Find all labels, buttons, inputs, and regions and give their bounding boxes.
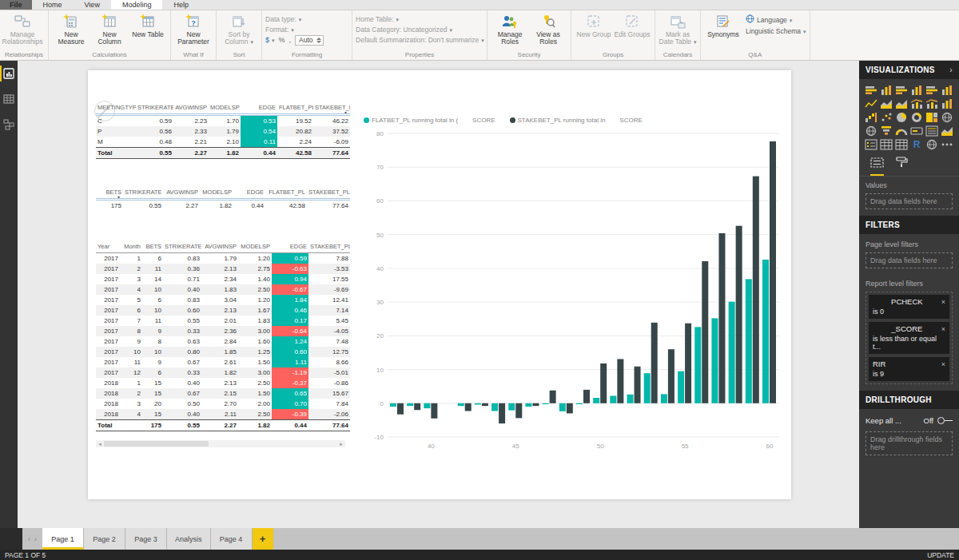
viz-icon-clustered-bar-chart[interactable] bbox=[894, 84, 908, 96]
table-row[interactable]: 20176100.602.131.670.467.14 bbox=[96, 305, 350, 316]
table-cell[interactable]: 2.11 bbox=[201, 409, 238, 420]
viz-icon-line-chart[interactable] bbox=[864, 97, 877, 109]
column-header[interactable]: EDGE bbox=[241, 102, 277, 115]
table-cell[interactable]: 2017 bbox=[96, 295, 120, 305]
table-cell[interactable]: 0.33 bbox=[163, 326, 201, 336]
table-cell[interactable]: 0.46 bbox=[272, 305, 308, 316]
bar-stakebet-running-total[interactable] bbox=[532, 403, 539, 406]
table-cell[interactable]: 0.40 bbox=[163, 409, 201, 420]
thousands-format-button[interactable]: , bbox=[289, 35, 292, 46]
table-cell[interactable]: 3 bbox=[120, 274, 142, 284]
data-category-dropdown[interactable]: Data Category: Uncategorized bbox=[356, 25, 483, 35]
home-table-dropdown[interactable]: Home Table: bbox=[356, 14, 483, 25]
table-cell[interactable]: 10 bbox=[142, 347, 163, 357]
column-header[interactable]: EDGE bbox=[272, 241, 308, 253]
bar-stakebet-running-total[interactable] bbox=[515, 403, 522, 419]
table-cell[interactable]: 2.75 bbox=[238, 264, 272, 274]
viz-icon-donut-chart[interactable] bbox=[909, 111, 923, 123]
table-cell[interactable]: 2.50 bbox=[238, 284, 272, 295]
table-cell[interactable]: 0.83 bbox=[163, 253, 201, 264]
report-view-button[interactable] bbox=[0, 66, 18, 81]
bar-flatbet-running-total[interactable] bbox=[729, 302, 735, 403]
table-cell[interactable]: 0.33 bbox=[163, 367, 201, 378]
bar-flatbet-running-total[interactable] bbox=[458, 403, 464, 406]
table-cell[interactable]: 12.75 bbox=[308, 347, 350, 357]
remove-filter-icon[interactable]: × bbox=[941, 360, 945, 368]
table-cell[interactable]: 6 bbox=[142, 367, 163, 378]
table-cell[interactable]: 0.17 bbox=[272, 316, 308, 326]
table-cell[interactable]: 2.50 bbox=[238, 409, 272, 420]
table-cell[interactable]: 0.80 bbox=[163, 347, 201, 357]
table-cell[interactable]: 0.94 bbox=[272, 274, 308, 284]
mark-as-date-table-button[interactable]: Mark as Date Table bbox=[659, 12, 697, 46]
table-cell[interactable]: 2.50 bbox=[238, 378, 272, 388]
table-cell[interactable]: 2017 bbox=[96, 367, 120, 378]
bar-stakebet-running-total[interactable] bbox=[431, 403, 437, 419]
bar-flatbet-running-total[interactable] bbox=[491, 403, 498, 411]
viz-icon-clustered-column-chart[interactable] bbox=[909, 84, 923, 96]
table-cell[interactable]: 2018 bbox=[96, 409, 120, 420]
values-drop-zone[interactable]: Drag data fields here bbox=[865, 193, 953, 209]
table-cell[interactable]: P bbox=[96, 126, 136, 137]
table-cell[interactable]: 1.50 bbox=[238, 357, 272, 367]
legend-item[interactable]: SCORE bbox=[619, 117, 642, 124]
table-cell[interactable]: 1.82 bbox=[201, 367, 238, 378]
column-header[interactable]: STRIKERATE bbox=[136, 102, 173, 115]
table-cell[interactable]: 0.63 bbox=[163, 336, 201, 347]
new-measure-button[interactable]: New Measure bbox=[52, 12, 90, 46]
table-cell[interactable]: 9 bbox=[142, 357, 163, 367]
menu-help[interactable]: Help bbox=[162, 0, 200, 10]
table-cell[interactable]: 175 bbox=[96, 200, 123, 212]
table-cell[interactable]: 0.11 bbox=[241, 137, 277, 148]
table-cell[interactable]: 2.84 bbox=[201, 336, 238, 347]
table-cell[interactable]: 2.33 bbox=[173, 126, 209, 137]
table-row[interactable]: C0.592.231.700.5319.5246.22 bbox=[96, 115, 350, 127]
table-row[interactable]: 20172110.362.132.75-0.63-3.53 bbox=[96, 264, 350, 274]
table-cell[interactable]: -0.39 bbox=[272, 409, 308, 420]
viz-icon-gauge[interactable] bbox=[894, 125, 908, 137]
table-cell[interactable]: -6.09 bbox=[313, 137, 350, 148]
page-tab-4[interactable]: Page 4 bbox=[211, 528, 253, 550]
currency-format-button[interactable]: $ bbox=[265, 35, 275, 46]
table-cell[interactable]: -0.37 bbox=[272, 378, 308, 388]
table-cell[interactable]: 15 bbox=[142, 388, 163, 399]
bar-stakebet-running-total[interactable] bbox=[397, 403, 404, 415]
table-cell[interactable]: 77.64 bbox=[307, 200, 350, 212]
table-cell[interactable]: 20.82 bbox=[277, 126, 313, 137]
table-cell[interactable]: 0.83 bbox=[163, 295, 201, 305]
column-header[interactable]: STAKEBET_PL bbox=[307, 187, 350, 200]
format-dropdown[interactable]: Format: bbox=[265, 25, 348, 35]
table-cell[interactable]: 2017 bbox=[96, 274, 120, 284]
default-summarization-dropdown[interactable]: Default Summarization: Don't summarize bbox=[356, 35, 483, 46]
table-cell[interactable]: 3.00 bbox=[238, 367, 272, 378]
view-as-roles-button[interactable]: View as Roles bbox=[529, 12, 567, 46]
table-cell[interactable]: 1.24 bbox=[272, 336, 308, 347]
table-cell[interactable]: 1.20 bbox=[238, 253, 272, 264]
filter-card-score[interactable]: _SCORE× is less than or equal t... bbox=[869, 322, 949, 354]
column-header[interactable]: Year bbox=[96, 241, 120, 253]
table-cell[interactable]: 15 bbox=[142, 378, 163, 388]
viz-icon-matrix[interactable] bbox=[894, 138, 908, 150]
column-header[interactable]: MEETINGTYPE bbox=[96, 102, 136, 115]
table-cell[interactable]: 2.27 bbox=[163, 200, 200, 212]
viz-icon-r-script-visual[interactable]: R bbox=[909, 138, 923, 150]
table-cell[interactable]: 12.41 bbox=[308, 295, 350, 305]
table-cell[interactable]: 3.04 bbox=[201, 295, 238, 305]
new-column-button[interactable]: New Column bbox=[90, 12, 129, 46]
bar-flatbet-running-total[interactable] bbox=[407, 403, 413, 406]
table-cell[interactable]: 1.79 bbox=[201, 253, 238, 264]
table-cell[interactable]: 4 bbox=[120, 409, 142, 420]
table-cell[interactable]: -2.06 bbox=[308, 409, 350, 420]
viz-icon-100-stacked-bar-chart[interactable] bbox=[925, 84, 938, 96]
manage-roles-button[interactable]: Manage Roles bbox=[491, 12, 529, 46]
table-cell[interactable]: 10 bbox=[142, 305, 163, 316]
column-header[interactable]: MODELSP bbox=[200, 187, 233, 200]
table-cell[interactable]: 1.84 bbox=[272, 295, 308, 305]
table-cell[interactable]: 7.84 bbox=[308, 399, 350, 409]
page-nav-left-icon[interactable]: ‹ bbox=[28, 535, 30, 543]
table-cell[interactable]: 0.54 bbox=[241, 126, 277, 137]
viz-icon-line-and-stacked-column-chart[interactable] bbox=[909, 97, 923, 109]
table-cell[interactable]: -4.05 bbox=[308, 326, 350, 336]
column-header[interactable]: FLATBET_PL bbox=[277, 102, 313, 115]
column-header[interactable]: AVGWINSP bbox=[163, 187, 200, 200]
